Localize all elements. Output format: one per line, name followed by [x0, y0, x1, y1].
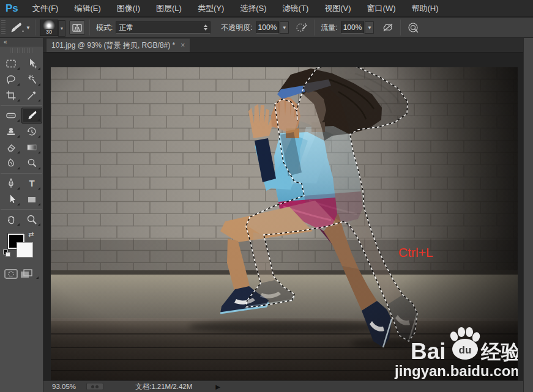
hand-tool[interactable]	[1, 212, 21, 227]
status-expand-arrow[interactable]: ▶	[215, 383, 220, 390]
swap-colors-icon[interactable]: ⇄	[28, 231, 34, 238]
clone-stamp-tool[interactable]	[1, 124, 21, 139]
path-selection-tool[interactable]	[1, 191, 21, 207]
menu-view[interactable]: 视图(V)	[316, 0, 359, 17]
spinner-icon	[200, 24, 207, 31]
eraser-tool[interactable]	[1, 139, 21, 155]
options-grip[interactable]	[1, 20, 6, 35]
menu-select[interactable]: 选择(S)	[232, 0, 274, 17]
color-swatches: ⇄	[0, 231, 43, 264]
tool-options-bar: ▼ 30 ▼ 模式: 正常 不透明度: 100% ▼	[0, 18, 533, 38]
menu-file[interactable]: 文件(F)	[24, 0, 67, 17]
watermark-du: du	[459, 344, 472, 356]
document-tab-bar: 101.jpg @ 93% (背景 拷贝, RGB/8#) * ×	[43, 38, 523, 53]
menu-image[interactable]: 图像(I)	[109, 0, 148, 17]
tablet-pressure-size-icon[interactable]	[405, 20, 421, 35]
separator	[35, 20, 35, 35]
svg-text:T: T	[29, 178, 34, 188]
mode-label: 模式:	[96, 23, 113, 33]
menu-bar: Ps 文件(F) 编辑(E) 图像(I) 图层(L) 类型(Y) 选择(S) 滤…	[0, 0, 533, 17]
opacity-dropdown[interactable]: ▼	[280, 21, 289, 34]
menu-help[interactable]: 帮助(H)	[404, 0, 447, 17]
menu-layer[interactable]: 图层(L)	[148, 0, 190, 17]
panel-dock-strip[interactable]	[523, 38, 533, 392]
eyedropper-tool[interactable]	[21, 87, 42, 103]
flow-input[interactable]: 100%	[341, 21, 365, 34]
tools-panel: «	[0, 38, 43, 392]
shape-tool[interactable]	[21, 191, 42, 207]
menu-window[interactable]: 窗口(W)	[359, 0, 404, 17]
flow-dropdown[interactable]: ▼	[365, 21, 374, 34]
brush-size-value: 30	[46, 29, 52, 35]
brush-tip-preview	[40, 20, 58, 29]
type-tool[interactable]: T	[21, 176, 42, 191]
default-colors-icon[interactable]	[3, 250, 11, 257]
flow-label: 流量:	[321, 23, 337, 33]
smudge-tool[interactable]	[1, 155, 21, 171]
gradient-tool[interactable]	[21, 139, 42, 155]
document-tab-title: 101.jpg @ 93% (背景 拷贝, RGB/8#) *	[51, 40, 175, 51]
rectangular-marquee-tool[interactable]	[1, 56, 21, 72]
tab-close-icon[interactable]: ×	[181, 42, 185, 49]
zoom-tool[interactable]	[21, 212, 42, 227]
background-color-swatch[interactable]	[17, 242, 33, 257]
blend-mode-value: 正常	[119, 23, 133, 33]
toggle-brush-panel-icon[interactable]	[69, 20, 85, 35]
photoshop-logo: Ps	[0, 2, 24, 15]
crop-tool[interactable]	[1, 87, 21, 103]
brush-preset-picker[interactable]: 30 ▼	[40, 20, 58, 36]
separator	[400, 20, 401, 35]
watermark-bai: Bai	[411, 339, 446, 364]
watermark-jingyan: 经验	[480, 341, 518, 363]
separator	[314, 20, 315, 35]
pen-tool[interactable]	[1, 176, 21, 191]
dodge-tool[interactable]	[21, 155, 42, 171]
document-tab[interactable]: 101.jpg @ 93% (背景 拷贝, RGB/8#) * ×	[46, 38, 190, 52]
blend-mode-select[interactable]: 正常	[116, 21, 211, 34]
zoom-level-field[interactable]: 93.05%	[52, 383, 81, 390]
opacity-input[interactable]: 100%	[256, 21, 280, 34]
menu-edit[interactable]: 编辑(E)	[66, 0, 108, 17]
move-tool[interactable]	[21, 56, 42, 72]
tablet-pressure-opacity-icon[interactable]	[294, 20, 310, 35]
document-size-info: 文档:1.21M/2.42M	[135, 382, 192, 391]
photoshop-window: Ps 文件(F) 编辑(E) 图像(I) 图层(L) 类型(Y) 选择(S) 滤…	[0, 0, 533, 392]
menu-type[interactable]: 类型(Y)	[190, 0, 232, 17]
opacity-label: 不透明度:	[221, 23, 252, 33]
airbrush-icon[interactable]	[380, 20, 396, 35]
status-bar: 93.05% 文档:1.21M/2.42M ▶	[43, 380, 523, 392]
tools-panel-grip[interactable]	[9, 48, 34, 53]
lasso-tool[interactable]	[1, 72, 21, 87]
watermark-url: jingyan.baidu.com	[394, 363, 518, 379]
document-image[interactable]: Ctrl+L Bai du 经验 jingyan.baidu.com	[51, 67, 518, 380]
healing-brush-tool[interactable]	[1, 108, 21, 124]
brush-tool[interactable]	[21, 108, 42, 124]
magic-wand-tool[interactable]	[21, 72, 42, 87]
quick-mask-icon[interactable]	[4, 269, 18, 281]
status-sync-icon	[86, 383, 103, 390]
history-brush-tool[interactable]	[21, 124, 42, 139]
separator	[89, 20, 90, 35]
brush-icon[interactable]: ▼	[8, 20, 31, 35]
menu-filter[interactable]: 滤镜(T)	[275, 0, 317, 17]
canvas-area[interactable]: Ctrl+L Bai du 经验 jingyan.baidu.com	[43, 53, 523, 380]
screen-mode-icon[interactable]	[20, 269, 38, 281]
tools-panel-collapse[interactable]: «	[0, 38, 43, 46]
brush-preset-arrow[interactable]: ▼	[58, 20, 65, 37]
shortcut-annotation: Ctrl+L	[398, 245, 433, 259]
